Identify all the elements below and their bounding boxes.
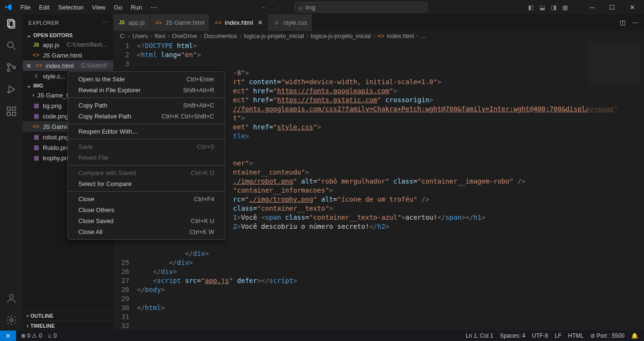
notifications-icon[interactable]: 🔔 bbox=[631, 332, 638, 339]
window-close-button[interactable]: ✕ bbox=[622, 0, 642, 14]
editor-tab-active[interactable]: <>index.html✕ bbox=[210, 14, 268, 31]
nav-back-icon[interactable]: ← bbox=[261, 4, 268, 11]
menu-bar: File Edit Selection View Go Run ⋯ bbox=[17, 2, 161, 13]
editor-tab[interactable]: #style.css bbox=[268, 14, 312, 31]
editor-tab[interactable]: JSapp.js bbox=[113, 14, 150, 31]
svg-point-6 bbox=[13, 67, 16, 69]
image-file-icon: ▦ bbox=[32, 155, 40, 161]
layout-panel-icon[interactable]: ⬓ bbox=[539, 4, 545, 11]
status-bar: ⊗ 0 ⚠ 0 ⟀ 0 Ln 1, Col 1 Spaces: 4 UTF-8 … bbox=[0, 331, 644, 341]
source-control-icon[interactable] bbox=[6, 62, 17, 73]
context-menu-item[interactable]: Close Others bbox=[68, 205, 225, 215]
chevron-right-icon: › bbox=[32, 92, 34, 98]
css-file-icon: # bbox=[32, 73, 40, 79]
indentation-status[interactable]: Spaces: 4 bbox=[500, 332, 525, 339]
menu-selection[interactable]: Selection bbox=[54, 2, 87, 13]
split-editor-icon[interactable]: ◫ bbox=[620, 19, 625, 26]
svg-line-3 bbox=[13, 47, 15, 49]
image-file-icon: ▦ bbox=[32, 144, 40, 151]
context-menu-item[interactable]: Select for Compare bbox=[68, 178, 225, 189]
search-icon: ⌕ bbox=[299, 4, 303, 11]
live-server-status[interactable]: ⊘ Port : 5500 bbox=[590, 332, 625, 339]
close-icon[interactable]: ✕ bbox=[25, 62, 32, 69]
context-menu-item[interactable]: Close AllCtrl+K W bbox=[68, 226, 225, 237]
extensions-icon[interactable] bbox=[6, 106, 17, 117]
context-menu-item[interactable]: Reveal in File ExplorerShift+Alt+R bbox=[68, 85, 225, 96]
editor-tabs: JSapp.js <>JS Game.html <>index.html✕ #s… bbox=[113, 14, 644, 31]
svg-point-8 bbox=[8, 92, 9, 93]
activity-bar bbox=[0, 14, 23, 331]
context-menu-item[interactable]: Close SavedCtrl+K U bbox=[68, 215, 225, 226]
layout-sidebar-right-icon[interactable]: ◨ bbox=[551, 4, 557, 11]
run-debug-icon[interactable] bbox=[6, 84, 17, 95]
context-menu-item: Revert File bbox=[68, 152, 225, 163]
context-menu-item[interactable]: Open to the SideCtrl+Enter bbox=[68, 74, 225, 85]
css-file-icon: # bbox=[273, 19, 280, 26]
svg-point-13 bbox=[10, 294, 13, 298]
svg-rect-12 bbox=[12, 107, 16, 110]
context-menu-item: SaveCtrl+S bbox=[68, 141, 225, 152]
image-file-icon: ▦ bbox=[32, 113, 40, 119]
svg-point-4 bbox=[8, 64, 10, 66]
html-file-icon: <> bbox=[214, 19, 222, 26]
layout-sidebar-left-icon[interactable]: ◧ bbox=[528, 4, 534, 11]
timeline-section[interactable]: ›TIMELINE bbox=[23, 321, 113, 331]
menu-go[interactable]: Go bbox=[110, 2, 126, 13]
remote-indicator[interactable] bbox=[0, 331, 16, 341]
context-menu-item[interactable]: Reopen Editor With... bbox=[68, 126, 225, 137]
context-menu: Open to the SideCtrl+EnterReveal in File… bbox=[67, 71, 225, 240]
context-menu-item[interactable]: CloseCtrl+F4 bbox=[68, 194, 225, 205]
more-actions-icon[interactable]: ⋯ bbox=[632, 19, 638, 26]
language-mode[interactable]: HTML bbox=[568, 332, 584, 339]
image-file-icon: ▦ bbox=[32, 134, 40, 140]
open-editors-section[interactable]: ⌄OPEN EDITORS bbox=[23, 31, 113, 39]
menu-edit[interactable]: Edit bbox=[35, 2, 53, 13]
editor-tab[interactable]: <>JS Game.html bbox=[150, 14, 210, 31]
context-menu-item: Compare with SavedCtrl+K D bbox=[68, 167, 225, 178]
outline-section[interactable]: ›OUTLINE bbox=[23, 311, 113, 321]
svg-marker-7 bbox=[9, 86, 15, 93]
html-file-icon: <> bbox=[32, 52, 40, 58]
menu-more[interactable]: ⋯ bbox=[147, 2, 161, 13]
vscode-logo-icon bbox=[0, 3, 17, 11]
svg-rect-9 bbox=[7, 107, 10, 110]
settings-gear-icon[interactable] bbox=[6, 314, 17, 326]
window-maximize-button[interactable]: ☐ bbox=[602, 0, 622, 14]
window-minimize-button[interactable]: ─ bbox=[582, 0, 602, 14]
eol-status[interactable]: LF bbox=[555, 332, 561, 339]
problems-status[interactable]: ⊗ 0 ⚠ 0 bbox=[21, 332, 42, 339]
svg-rect-10 bbox=[7, 112, 10, 116]
cursor-position[interactable]: Ln 1, Col 1 bbox=[466, 332, 493, 339]
title-bar: File Edit Selection View Go Run ⋯ ← → ⌕ … bbox=[0, 0, 644, 14]
menu-view[interactable]: View bbox=[88, 2, 109, 13]
accounts-icon[interactable] bbox=[6, 292, 17, 304]
encoding-status[interactable]: UTF-8 bbox=[532, 332, 548, 339]
context-menu-item[interactable]: Copy PathShift+Alt+C bbox=[68, 100, 225, 111]
ports-status[interactable]: ⟀ 0 bbox=[48, 332, 57, 339]
search-activity-icon[interactable] bbox=[6, 40, 17, 51]
html-file-icon: <> bbox=[32, 123, 40, 130]
html-file-icon: <> bbox=[35, 62, 43, 69]
layout-customize-icon[interactable]: ▦ bbox=[562, 4, 568, 11]
image-file-icon: ▦ bbox=[32, 102, 40, 109]
explorer-icon[interactable] bbox=[6, 18, 17, 29]
js-file-icon: JS bbox=[118, 20, 125, 25]
explorer-title: EXPLORER bbox=[29, 20, 59, 26]
explorer-more-icon[interactable]: ⋯ bbox=[102, 19, 108, 26]
nav-forward-icon[interactable]: → bbox=[275, 4, 281, 11]
open-editor-item-active[interactable]: ✕<>index.html C:\Users\f bbox=[23, 60, 113, 71]
breadcrumb[interactable]: C:› Users› flavi› OneDrive› Documentos› … bbox=[113, 31, 644, 41]
context-menu-item[interactable]: Copy Relative PathCtrl+K Ctrl+Shift+C bbox=[68, 111, 225, 122]
svg-point-5 bbox=[8, 69, 10, 72]
svg-point-14 bbox=[10, 319, 13, 322]
js-file-icon: JS bbox=[32, 42, 40, 48]
svg-rect-11 bbox=[12, 112, 16, 116]
open-editor-item[interactable]: JSapp.js C:\Users\flavi\... bbox=[23, 39, 113, 50]
command-center-search[interactable]: ⌕ img bbox=[295, 2, 428, 12]
minimap[interactable] bbox=[587, 41, 644, 136]
menu-file[interactable]: File bbox=[17, 2, 34, 13]
html-file-icon: <> bbox=[155, 19, 163, 26]
tab-close-icon[interactable]: ✕ bbox=[258, 19, 263, 26]
menu-run[interactable]: Run bbox=[127, 2, 146, 13]
open-editor-item[interactable]: <>JS Game.html bbox=[23, 50, 113, 60]
